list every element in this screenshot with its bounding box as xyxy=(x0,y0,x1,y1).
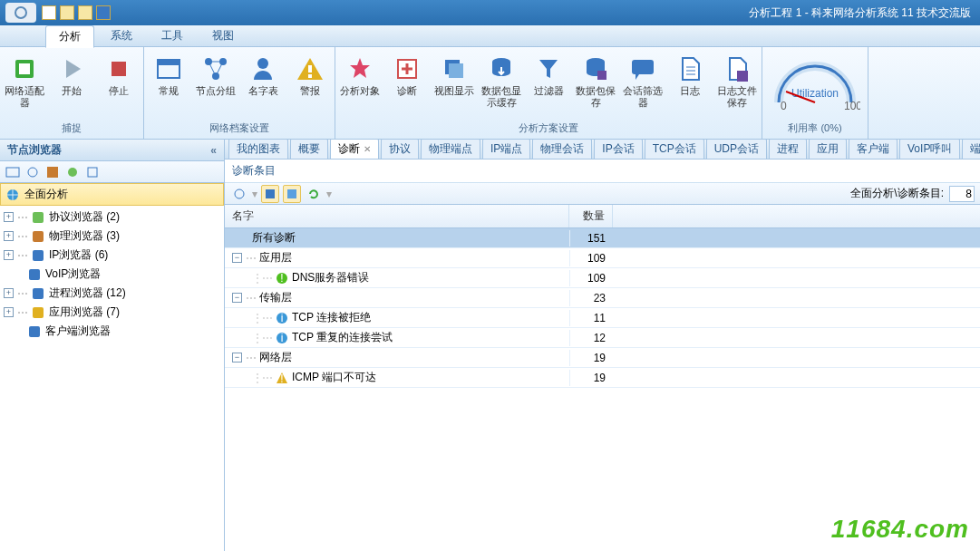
sidebar-tool-1[interactable] xyxy=(5,165,20,179)
proto-icon xyxy=(31,210,45,225)
tree-node[interactable]: 客户端浏览器 xyxy=(0,322,224,341)
view-display-button[interactable]: 视图显示 xyxy=(432,53,477,99)
collapse-icon[interactable]: − xyxy=(232,253,242,263)
ribbon-label: 分析对象 xyxy=(340,85,380,97)
grid-row[interactable]: −⋯应用层109 xyxy=(225,248,980,268)
log-button[interactable]: 日志 xyxy=(667,53,713,99)
filter-button[interactable]: 过滤器 xyxy=(526,53,571,99)
diagnosis-header: 诊断条目 xyxy=(225,160,980,183)
name-table-button[interactable]: 名字表 xyxy=(240,53,286,99)
sidebar-tool-5[interactable] xyxy=(85,165,100,179)
menu-tab-analysis[interactable]: 分析 xyxy=(45,25,94,48)
quick-folder-icon[interactable] xyxy=(78,5,92,20)
quick-access-toolbar xyxy=(42,5,111,20)
adapter-button[interactable]: 网络适配器 xyxy=(2,53,47,111)
tree-node[interactable]: +⋯应用浏览器 (7) xyxy=(0,303,224,322)
content-tab[interactable]: 诊断✕ xyxy=(330,140,379,159)
quick-new-icon[interactable] xyxy=(42,5,56,20)
content-tab[interactable]: 应用 xyxy=(809,140,847,159)
tree-label: IP浏览器 (6) xyxy=(49,247,108,263)
sidebar-active-row[interactable]: 全面分析 xyxy=(0,183,224,206)
tool-highlight-1[interactable] xyxy=(261,185,279,203)
collapse-icon[interactable]: − xyxy=(232,293,242,303)
content-tab[interactable]: 物理会话 xyxy=(532,140,592,159)
grid-row[interactable]: ⋮⋯!DNS服务器错误109 xyxy=(225,268,980,288)
tree-node[interactable]: +⋯物理浏览器 (3) xyxy=(0,227,224,246)
tree-node[interactable]: +⋯协议浏览器 (2) xyxy=(0,208,224,227)
packet-save-button[interactable]: 数据包保存 xyxy=(573,53,618,111)
collapse-icon[interactable]: − xyxy=(232,353,242,362)
svg-rect-30 xyxy=(33,212,44,223)
quick-save-icon[interactable] xyxy=(96,5,111,20)
grid-row[interactable]: −⋯传输层23 xyxy=(225,288,980,308)
content-tab[interactable]: IP端点 xyxy=(482,140,530,159)
sidebar-tool-2[interactable] xyxy=(25,165,40,179)
content-tab[interactable]: VoIP呼叫 xyxy=(899,140,960,159)
log-save-button[interactable]: 日志文件保存 xyxy=(714,53,760,111)
diagnose-button[interactable]: 诊断 xyxy=(384,53,430,99)
col-name[interactable]: 名字 xyxy=(225,205,569,227)
analysis-object-button[interactable]: 分析对象 xyxy=(337,53,383,99)
window-title: 分析工程 1 - 科来网络分析系统 11 技术交流版 xyxy=(749,5,975,21)
content-tab[interactable]: 端口 xyxy=(962,140,980,159)
tool-settings-icon[interactable] xyxy=(230,185,248,203)
ribbon: 网络适配器开始停止捕捉常规节点分组名字表警报网络档案设置分析对象诊断视图显示数据… xyxy=(0,47,980,140)
content-tab[interactable]: TCP会话 xyxy=(645,140,704,159)
packet-cache-button[interactable]: 数据包显示缓存 xyxy=(479,53,524,111)
grid-row[interactable]: ⋮⋯iTCP 连接被拒绝11 xyxy=(225,308,980,328)
svg-text:!: ! xyxy=(280,272,283,285)
menu-tab-tools[interactable]: 工具 xyxy=(149,25,196,46)
grid-row[interactable]: −⋯网络层19 xyxy=(225,348,980,368)
grid-row[interactable]: ⋮⋯!ICMP 端口不可达19 xyxy=(225,368,980,388)
start-button[interactable]: 开始 xyxy=(49,53,94,99)
content-tab[interactable]: 物理端点 xyxy=(421,140,480,159)
menu-tab-system[interactable]: 系统 xyxy=(98,25,145,46)
expand-icon[interactable]: + xyxy=(4,250,14,260)
content-tab[interactable]: 协议 xyxy=(381,140,419,159)
ribbon-group-label: 分析方案设置 xyxy=(337,120,760,139)
content-tab[interactable]: 进程 xyxy=(769,140,807,159)
tool-refresh-icon[interactable] xyxy=(305,185,323,203)
content-tab[interactable]: IP会话 xyxy=(594,140,642,159)
tree-label: 客户端浏览器 xyxy=(45,324,111,339)
doc-save-icon xyxy=(723,54,752,83)
tab-label: VoIP呼叫 xyxy=(907,141,952,157)
content-tab[interactable]: UDP会话 xyxy=(706,140,767,159)
menu-tab-view[interactable]: 视图 xyxy=(199,25,247,46)
svg-text:Utilization: Utilization xyxy=(791,87,839,100)
tree-label: 物理浏览器 (3) xyxy=(49,228,120,244)
sidebar-title: 节点浏览器 « xyxy=(0,140,224,161)
col-qty[interactable]: 数量 xyxy=(569,205,613,227)
tree-node[interactable]: +⋯进程浏览器 (12) xyxy=(0,284,224,303)
content-tab[interactable]: 概要 xyxy=(290,140,328,159)
proc-icon xyxy=(31,286,45,301)
session-filter-button[interactable]: 会话筛选器 xyxy=(620,53,665,111)
tool-highlight-2[interactable] xyxy=(283,185,301,203)
row-qty: 12 xyxy=(569,330,613,346)
grid-row[interactable]: ⋮⋯iTCP 重复的连接尝试12 xyxy=(225,328,980,348)
expand-icon[interactable]: + xyxy=(4,231,14,241)
content-tab[interactable]: 我的图表 xyxy=(228,140,288,159)
expand-icon[interactable]: + xyxy=(4,307,14,317)
expand-icon[interactable]: + xyxy=(4,288,14,298)
quick-copy-icon[interactable] xyxy=(60,5,74,20)
grid-row[interactable]: 所有诊断151 xyxy=(225,228,980,248)
alert-button[interactable]: 警报 xyxy=(287,53,333,99)
sidebar-tool-4[interactable] xyxy=(65,165,80,179)
collapse-icon[interactable]: « xyxy=(210,144,217,157)
row-label: 所有诊断 xyxy=(252,230,296,246)
sidebar-tool-3[interactable] xyxy=(45,165,60,179)
general-button[interactable]: 常规 xyxy=(146,53,191,99)
node-group-button[interactable]: 节点分组 xyxy=(193,53,238,99)
count-input[interactable] xyxy=(949,186,975,202)
svg-rect-17 xyxy=(597,71,606,80)
tree-node[interactable]: VoIP浏览器 xyxy=(0,265,224,284)
stop-button[interactable]: 停止 xyxy=(96,53,141,99)
close-icon[interactable]: ✕ xyxy=(364,144,371,154)
stars-icon xyxy=(345,54,374,83)
expand-icon[interactable]: + xyxy=(4,212,14,222)
tree-node[interactable]: +⋯IP浏览器 (6) xyxy=(0,246,224,265)
content-tab[interactable]: 客户端 xyxy=(849,140,898,159)
row-qty: 23 xyxy=(569,290,613,306)
client-icon xyxy=(27,324,42,339)
